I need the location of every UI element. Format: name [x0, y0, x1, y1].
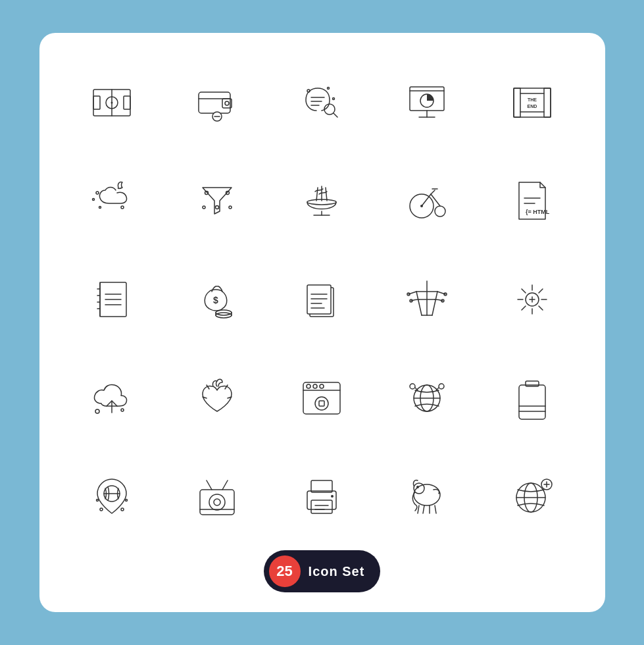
svg-line-88: [432, 292, 437, 315]
svg-line-15: [334, 113, 337, 117]
svg-point-106: [121, 409, 124, 411]
svg-rect-35: [545, 101, 548, 104]
retro-tv-icon: [170, 453, 264, 540]
the-end-film-icon: THE END: [485, 59, 579, 146]
night-cloud-icon: [66, 158, 159, 245]
badge-number: 25: [269, 555, 301, 587]
svg-point-44: [226, 192, 229, 195]
burning-heart-icon: [170, 355, 264, 442]
filter-funnel-icon: [170, 158, 264, 245]
notebook-icon: [66, 256, 159, 343]
svg-point-42: [93, 199, 95, 201]
svg-rect-4: [124, 96, 130, 109]
svg-line-58: [431, 190, 435, 194]
svg-rect-32: [516, 107, 519, 109]
icons-grid: THE END: [66, 59, 579, 540]
svg-point-140: [214, 499, 220, 505]
svg-point-132: [100, 508, 103, 511]
svg-point-45: [215, 206, 218, 209]
globe-network-icon: [380, 355, 474, 442]
svg-rect-126: [519, 385, 545, 419]
svg-point-40: [99, 207, 101, 209]
svg-line-99: [522, 289, 526, 293]
globe-plus-icon: [485, 453, 579, 540]
svg-line-51: [316, 188, 318, 201]
money-bag-coins-icon: $: [170, 256, 264, 343]
svg-point-134: [97, 500, 99, 502]
svg-point-8: [225, 101, 229, 105]
presentation-chart-icon: [380, 59, 474, 146]
svg-point-123: [439, 384, 444, 389]
svg-point-154: [416, 486, 419, 488]
wallet-minus-icon: [170, 59, 264, 146]
svg-point-60: [420, 205, 423, 207]
svg-point-43: [205, 192, 208, 195]
svg-point-115: [313, 384, 317, 388]
svg-point-16: [307, 90, 310, 92]
badge-area: 25 Icon Set: [264, 550, 381, 592]
svg-rect-29: [516, 91, 519, 93]
svg-point-55: [435, 206, 445, 217]
svg-text:END: END: [527, 104, 537, 109]
svg-point-47: [229, 206, 232, 209]
penny-farthing-icon: [380, 158, 474, 245]
svg-line-138: [222, 480, 228, 490]
svg-text:$: $: [213, 295, 218, 305]
svg-line-56: [422, 194, 431, 206]
svg-text:{= HTML: {= HTML: [526, 209, 550, 215]
badge-text: Icon Set: [309, 564, 365, 579]
noodle-bowl-icon: [276, 158, 369, 245]
add-brightness-icon: [485, 256, 579, 343]
svg-rect-36: [545, 107, 548, 109]
svg-line-137: [207, 480, 212, 490]
svg-rect-112: [303, 382, 340, 414]
svg-rect-136: [200, 490, 234, 515]
soccer-field-icon: [66, 59, 159, 146]
svg-point-139: [209, 494, 225, 510]
svg-line-53: [326, 188, 327, 201]
svg-point-17: [328, 87, 330, 89]
svg-point-18: [333, 97, 335, 99]
svg-point-133: [121, 508, 124, 511]
svg-rect-3: [93, 96, 100, 109]
basketball-location-icon: [66, 453, 159, 540]
svg-point-117: [315, 397, 328, 410]
svg-line-153: [435, 505, 436, 513]
svg-point-105: [95, 409, 99, 413]
video-player-icon: [276, 355, 369, 442]
svg-rect-118: [319, 401, 324, 406]
svg-rect-127: [526, 381, 539, 386]
ai-search-icon: [276, 59, 369, 146]
battery-icon: [485, 355, 579, 442]
svg-point-46: [203, 206, 205, 209]
svg-line-87: [416, 292, 422, 315]
svg-text:THE: THE: [528, 97, 537, 102]
elephant-icon: [380, 453, 474, 540]
svg-rect-30: [516, 96, 519, 99]
svg-line-150: [418, 505, 419, 513]
svg-rect-33: [545, 91, 548, 93]
svg-point-122: [410, 384, 415, 389]
svg-point-5: [111, 101, 113, 103]
svg-line-101: [539, 289, 543, 293]
svg-rect-143: [311, 500, 332, 513]
documents-icon: [276, 256, 369, 343]
svg-point-116: [320, 384, 324, 388]
svg-point-39: [96, 192, 99, 194]
svg-point-135: [126, 500, 128, 502]
svg-point-114: [307, 384, 310, 388]
svg-line-102: [522, 306, 526, 310]
cloud-upload-icon: [66, 355, 159, 442]
svg-point-147: [331, 495, 334, 498]
html-file-icon: {= HTML: [485, 158, 579, 245]
power-tower-icon: [380, 256, 474, 343]
svg-line-151: [423, 505, 424, 513]
svg-rect-34: [545, 96, 548, 99]
svg-rect-79: [307, 285, 331, 314]
printer-icon: [276, 453, 369, 540]
main-card: THE END: [39, 33, 605, 612]
svg-point-41: [121, 206, 124, 209]
svg-line-100: [539, 306, 543, 310]
svg-rect-31: [516, 101, 519, 104]
